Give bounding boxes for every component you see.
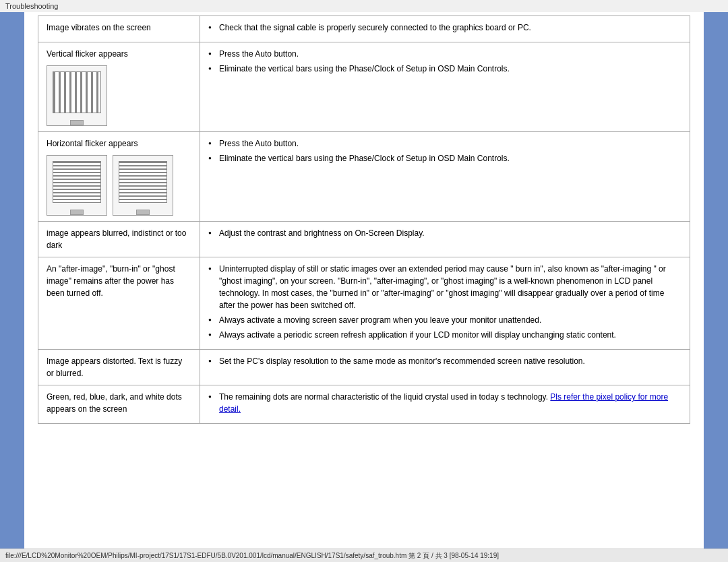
- top-bar-label: Troubleshooting: [5, 2, 58, 10]
- bottom-url: file:///E/LCD%20Monitor%20OEM/Philips/MI…: [5, 551, 499, 561]
- solution-item: Adjust the contrast and brightness on On…: [208, 227, 681, 239]
- table-row: Image appears distorted. Text is fuzzy o…: [38, 350, 690, 385]
- solutions-list: Press the Auto button.Eliminate the vert…: [208, 137, 681, 164]
- table-row: Vertical flicker appearsPress the Auto b…: [38, 42, 690, 132]
- issue-title: Vertical flicker appears: [47, 49, 128, 59]
- solution-item: Always activate a moving screen saver pr…: [208, 314, 681, 326]
- monitor-image-vertical: [47, 65, 107, 126]
- solution-item: Set the PC's display resolution to the s…: [208, 355, 681, 367]
- table-row: Image vibrates on the screenCheck that t…: [38, 16, 690, 42]
- solution-item: Eliminate the vertical bars using the Ph…: [208, 63, 681, 75]
- issue-title: image appears blurred, indistinct or too…: [47, 228, 186, 250]
- solutions-list: Press the Auto button.Eliminate the vert…: [208, 48, 681, 75]
- right-sidebar: [704, 12, 728, 549]
- issue-title: Image appears distorted. Text is fuzzy o…: [47, 356, 182, 378]
- solution-item: The remaining dots are normal characteri…: [208, 391, 681, 415]
- monitor-image-horizontal: [113, 155, 173, 216]
- issue-title: Image vibrates on the screen: [47, 23, 151, 32]
- table-row: An "after-image", "burn-in" or "ghost im…: [38, 257, 690, 350]
- solutions-list: Check that the signal cable is properly …: [208, 22, 681, 34]
- solution-item: Always activate a periodic screen refres…: [208, 329, 681, 341]
- solution-item: Check that the signal cable is properly …: [208, 22, 681, 34]
- table-row: Horizontal flicker appearsPress the Auto…: [38, 132, 690, 222]
- monitor-images: [47, 155, 191, 216]
- issue-title: Green, red, blue, dark, and white dots a…: [47, 392, 182, 414]
- content-inner[interactable]: Image vibrates on the screenCheck that t…: [24, 12, 704, 549]
- top-bar: Troubleshooting: [0, 0, 728, 12]
- troubleshoot-table: Image vibrates on the screenCheck that t…: [38, 15, 690, 424]
- issue-title: An "after-image", "burn-in" or "ghost im…: [47, 264, 175, 298]
- bottom-bar: file:///E/LCD%20Monitor%20OEM/Philips/MI…: [0, 549, 728, 562]
- left-sidebar: [0, 12, 24, 549]
- main-content: Image vibrates on the screenCheck that t…: [24, 12, 704, 549]
- solutions-list: The remaining dots are normal characteri…: [208, 391, 681, 415]
- solutions-list: Uninterrupted display of still or static…: [208, 263, 681, 341]
- issue-title: Horizontal flicker appears: [47, 139, 138, 148]
- table-row: Green, red, blue, dark, and white dots a…: [38, 385, 690, 424]
- solution-item: Eliminate the vertical bars using the Ph…: [208, 152, 681, 164]
- solutions-list: Set the PC's display resolution to the s…: [208, 355, 681, 367]
- solution-item: Press the Auto button.: [208, 137, 681, 150]
- solution-item: Uninterrupted display of still or static…: [208, 263, 681, 311]
- monitor-image-horizontal: [47, 155, 107, 216]
- pixel-policy-link[interactable]: Pls refer the pixel policy for more deta…: [219, 392, 668, 414]
- table-row: image appears blurred, indistinct or too…: [38, 222, 690, 257]
- monitor-images: [47, 65, 191, 126]
- solutions-list: Adjust the contrast and brightness on On…: [208, 227, 681, 239]
- solution-item: Press the Auto button.: [208, 48, 681, 60]
